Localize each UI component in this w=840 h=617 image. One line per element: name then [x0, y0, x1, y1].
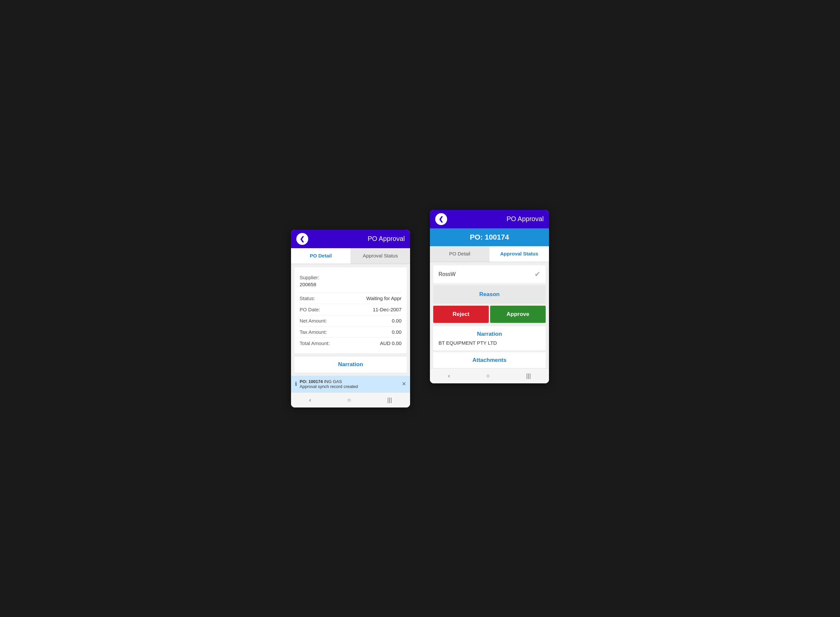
supplier-block: Supplier: 200658 — [300, 272, 401, 293]
tax-amount-row: Tax Amount: 0.00 — [300, 326, 401, 338]
po-date-row: PO Date: 11-Dec-2007 — [300, 304, 401, 315]
net-amount-value: 0.00 — [392, 318, 401, 323]
right-nav-back-icon[interactable]: ‹ — [448, 372, 450, 379]
net-amount-row: Net Amount: 0.00 — [300, 315, 401, 326]
total-amount-row: Total Amount: AUD 0.00 — [300, 338, 401, 349]
attachments-section[interactable]: Attachments — [433, 352, 546, 368]
notification-bar: ℹ PO: 100174 ING GAS Approval synch reco… — [291, 376, 410, 392]
narration-content: BT EQUIPMENT PTY LTD — [439, 340, 540, 346]
right-header-title: PO Approval — [447, 215, 544, 223]
total-amount-label: Total Amount: — [300, 340, 330, 346]
right-nav-bar: ‹ ○ ||| — [430, 368, 549, 383]
left-tabs: PO Detail Approval Status — [291, 248, 410, 264]
reason-section[interactable]: Reason — [433, 285, 546, 304]
notification-message: Approval synch record created — [300, 384, 358, 389]
net-amount-label: Net Amount: — [300, 318, 327, 323]
status-label: Status: — [300, 295, 315, 301]
status-row: Status: Waiting for Appr — [300, 293, 401, 304]
po-number-text: PO: 100174 — [470, 233, 509, 241]
action-buttons: Reject Approve — [433, 306, 546, 323]
right-content: RossW ✔ Reason Reject Approve Narration … — [430, 262, 549, 368]
check-icon: ✔ — [534, 270, 540, 279]
right-back-icon: ❮ — [439, 216, 444, 223]
left-nav-home-icon[interactable]: ○ — [348, 397, 351, 403]
po-date-value: 11-Dec-2007 — [373, 307, 401, 312]
right-back-button[interactable]: ❮ — [435, 213, 447, 225]
po-number-banner: PO: 100174 — [430, 228, 549, 246]
right-narration-title: Narration — [477, 331, 502, 337]
right-phone: ❮ PO Approval PO: 100174 PO Detail Appro… — [430, 210, 549, 383]
reject-button[interactable]: Reject — [433, 306, 489, 323]
tax-amount-value: 0.00 — [392, 329, 401, 335]
left-nav-menu-icon[interactable]: ||| — [387, 397, 392, 403]
info-icon: ℹ — [295, 381, 297, 387]
right-nav-menu-icon[interactable]: ||| — [526, 372, 531, 379]
approver-name: RossW — [439, 271, 456, 277]
left-tab-po-detail[interactable]: PO Detail — [291, 248, 350, 264]
reason-title: Reason — [479, 291, 499, 297]
status-value: Waiting for Appr — [367, 295, 401, 301]
approver-row: RossW ✔ — [433, 266, 546, 283]
right-tab-approval-status[interactable]: Approval Status — [490, 246, 549, 262]
notification-suffix: ING GAS — [324, 379, 342, 384]
right-tab-po-detail[interactable]: PO Detail — [430, 246, 490, 262]
right-narration-section: Narration BT EQUIPMENT PTY LTD — [433, 326, 546, 350]
po-date-label: PO Date: — [300, 307, 320, 312]
tax-amount-label: Tax Amount: — [300, 329, 327, 335]
notification-close-button[interactable]: ✕ — [402, 381, 406, 387]
left-nav-bar: ‹ ○ ||| — [291, 392, 410, 407]
left-narration-section: Narration — [294, 357, 407, 372]
right-nav-home-icon[interactable]: ○ — [487, 372, 490, 379]
po-fields: Supplier: 200658 Status: Waiting for App… — [294, 267, 407, 353]
left-header: ❮ PO Approval — [291, 230, 410, 248]
left-content: Supplier: 200658 Status: Waiting for App… — [291, 264, 410, 392]
left-header-title: PO Approval — [308, 235, 405, 242]
supplier-value: 200658 — [300, 282, 401, 287]
left-nav-back-icon[interactable]: ‹ — [309, 397, 311, 403]
notification-text: PO: 100174 ING GAS Approval synch record… — [300, 379, 402, 389]
left-narration-title: Narration — [338, 361, 363, 368]
right-tabs: PO Detail Approval Status — [430, 246, 549, 262]
left-back-button[interactable]: ❮ — [296, 233, 308, 245]
attachments-title: Attachments — [473, 357, 507, 363]
total-amount-value: AUD 0.00 — [380, 340, 401, 346]
supplier-label: Supplier: — [300, 275, 401, 280]
notification-po: PO: 100174 — [300, 379, 323, 384]
left-back-icon: ❮ — [300, 235, 305, 242]
approve-button[interactable]: Approve — [490, 306, 546, 323]
left-tab-approval-status[interactable]: Approval Status — [350, 248, 410, 264]
left-phone: ❮ PO Approval PO Detail Approval Status … — [291, 230, 410, 407]
right-header: ❮ PO Approval — [430, 210, 549, 228]
